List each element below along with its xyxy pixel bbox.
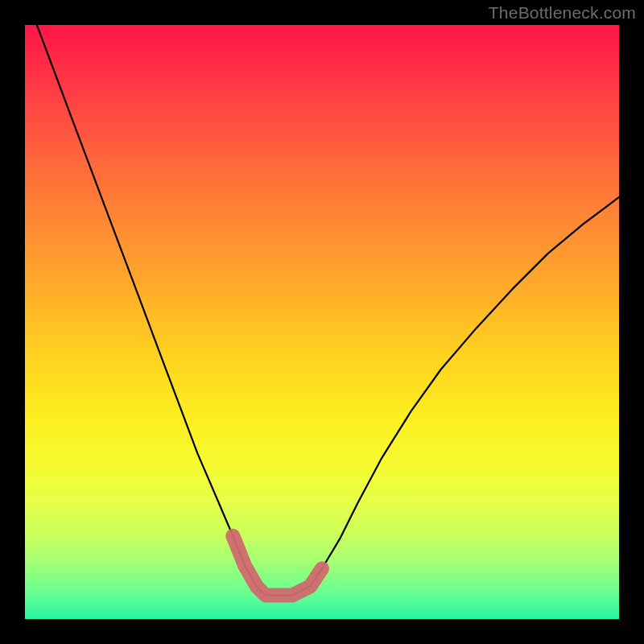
curve-path	[37, 25, 619, 596]
watermark-text: TheBottleneck.com	[489, 3, 636, 23]
chart-svg	[25, 25, 619, 619]
highlight-path	[233, 536, 322, 596]
plot-area	[25, 25, 619, 619]
stage: TheBottleneck.com	[0, 0, 644, 644]
